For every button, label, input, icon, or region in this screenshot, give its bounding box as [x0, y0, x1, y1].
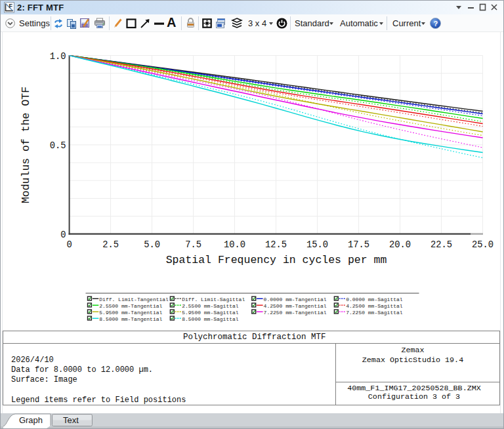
svg-text:22.5: 22.5: [430, 240, 452, 250]
svg-text:2.5: 2.5: [102, 240, 119, 250]
svg-text:0: 0: [60, 230, 66, 240]
svg-text:Graph: Graph: [19, 415, 43, 425]
svg-text:5.0: 5.0: [144, 240, 160, 250]
svg-text:0: 0: [66, 240, 72, 250]
svg-text:8.5000 mm-Sagittal: 8.5000 mm-Sagittal: [182, 316, 239, 322]
svg-text:1.0: 1.0: [50, 52, 66, 62]
svg-text:7.2250 mm-Tangential: 7.2250 mm-Tangential: [264, 310, 327, 316]
svg-text:20.0: 20.0: [389, 240, 411, 250]
svg-text:7.2250 mm-Sagittal: 7.2250 mm-Sagittal: [346, 310, 403, 316]
svg-text:8.5000 mm-Tangential: 8.5000 mm-Tangential: [99, 316, 162, 322]
svg-text:12.5: 12.5: [265, 240, 287, 250]
svg-text:25.0: 25.0: [472, 240, 494, 250]
svg-text:5.9500 mm-Sagittal: 5.9500 mm-Sagittal: [182, 310, 239, 316]
svg-text:Diff. Limit-Tangential: Diff. Limit-Tangential: [99, 296, 169, 302]
svg-text:0.0000 mm-Tangential: 0.0000 mm-Tangential: [264, 296, 327, 302]
svg-text:4.2500 mm-Tangential: 4.2500 mm-Tangential: [264, 303, 327, 309]
svg-text:17.5: 17.5: [348, 240, 369, 250]
svg-text:5.9500 mm-Tangential: 5.9500 mm-Tangential: [99, 310, 162, 316]
svg-text:Diff. Limit-Sagittal: Diff. Limit-Sagittal: [182, 296, 245, 302]
svg-text:Text: Text: [63, 415, 79, 425]
svg-text:15.0: 15.0: [306, 240, 328, 250]
svg-text:2.5500 mm-Sagittal: 2.5500 mm-Sagittal: [182, 303, 239, 309]
svg-text:0.0000 mm-Sagittal: 0.0000 mm-Sagittal: [346, 296, 403, 302]
svg-text:4.2500 mm-Sagittal: 4.2500 mm-Sagittal: [346, 303, 403, 309]
svg-text:Modulus of the OTF: Modulus of the OTF: [20, 87, 32, 203]
svg-text:7.5: 7.5: [185, 240, 201, 250]
svg-text:2.5500 mm-Tangential: 2.5500 mm-Tangential: [99, 303, 162, 309]
svg-text:0.5: 0.5: [50, 141, 66, 151]
svg-text:10.0: 10.0: [224, 240, 245, 250]
svg-text:Spatial Frequency in cycles pe: Spatial Frequency in cycles per mm: [166, 254, 387, 266]
